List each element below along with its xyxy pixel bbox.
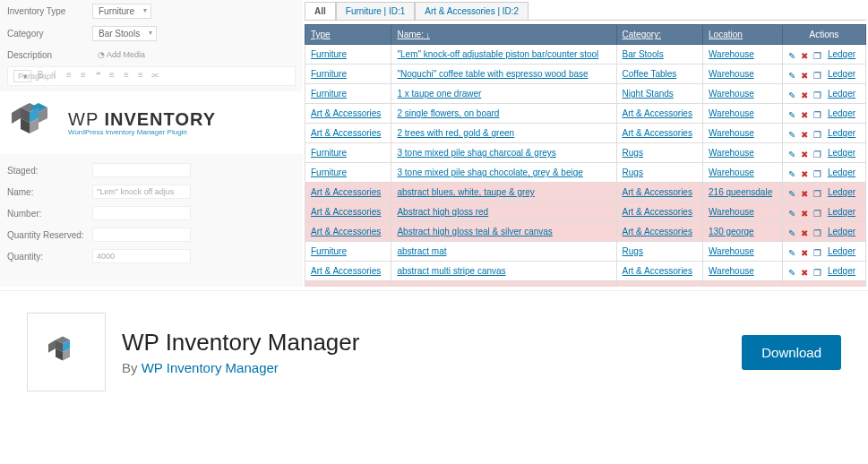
quote-icon[interactable]: ❝ [92, 70, 103, 82]
copy-icon[interactable]: ❐ [813, 149, 823, 159]
col-type[interactable]: Type [305, 25, 391, 45]
copy-icon[interactable]: ❐ [813, 208, 823, 218]
cell-name[interactable]: "Noguchi" coffee table with espresso woo… [391, 64, 616, 84]
cell-type[interactable]: Art & Accessories [305, 202, 391, 222]
cell-name[interactable]: "Lem" knock-off adjustable piston bar/co… [391, 45, 616, 64]
cell-type[interactable]: Furniture [305, 143, 391, 163]
cell-type[interactable]: Art & Accessories [305, 124, 391, 143]
edit-icon[interactable]: ✎ [788, 247, 798, 257]
paragraph-select[interactable]: Paragraph [13, 70, 31, 82]
cell-loc[interactable]: Warehouse [703, 45, 783, 64]
delete-icon[interactable]: ✖ [801, 247, 811, 257]
cell-name[interactable]: 2 single flowers, on board [391, 104, 616, 124]
col-name[interactable]: Name: [391, 25, 616, 45]
cell-loc[interactable]: 60 balsam [703, 281, 783, 288]
delete-icon[interactable]: ✖ [801, 267, 811, 277]
delete-icon[interactable]: ✖ [801, 90, 811, 99]
ledger-link[interactable]: Ledger [828, 207, 855, 217]
edit-icon[interactable]: ✎ [788, 267, 798, 277]
edit-icon[interactable]: ✎ [788, 168, 798, 178]
cell-cat[interactable]: Night Stands [616, 84, 702, 104]
delete-icon[interactable]: ✖ [801, 188, 811, 198]
ledger-link[interactable]: Ledger [828, 148, 855, 158]
cell-type[interactable]: Furniture [305, 163, 391, 183]
copy-icon[interactable]: ❐ [813, 188, 823, 198]
cell-name[interactable]: abstract multi stripe canvas [391, 262, 616, 281]
edit-icon[interactable]: ✎ [788, 90, 798, 99]
edit-icon[interactable]: ✎ [788, 109, 798, 119]
ledger-link[interactable]: Ledger [828, 49, 855, 59]
cell-cat[interactable]: Bar Stools [616, 45, 702, 64]
delete-icon[interactable]: ✖ [801, 149, 811, 159]
edit-icon[interactable]: ✎ [788, 70, 798, 80]
copy-icon[interactable]: ❐ [813, 267, 823, 277]
author-link[interactable]: WP Inventory Manager [142, 360, 279, 375]
ledger-link[interactable]: Ledger [828, 266, 855, 276]
delete-icon[interactable]: ✖ [801, 129, 811, 139]
inventory-type-select[interactable]: Furniture [92, 4, 151, 19]
tab[interactable]: All [305, 2, 336, 20]
alignl-icon[interactable]: ≡ [107, 70, 117, 82]
qty-reserved-input[interactable] [92, 228, 191, 242]
cell-type[interactable]: Art & Accessories [305, 183, 391, 202]
cell-loc[interactable]: Warehouse [703, 202, 783, 222]
delete-icon[interactable]: ✖ [801, 70, 811, 80]
cell-name[interactable]: abstract print, black, grey, cream & tur… [391, 281, 616, 288]
cell-type[interactable]: Furniture [305, 281, 391, 288]
cell-loc[interactable]: Warehouse [703, 143, 783, 163]
ledger-link[interactable]: Ledger [828, 89, 855, 99]
staged-input[interactable] [92, 163, 191, 177]
ledger-link[interactable]: Ledger [828, 168, 855, 177]
cell-cat[interactable]: Coffee Tables [616, 64, 702, 84]
cell-name[interactable]: abstract mat [391, 242, 616, 262]
ledger-link[interactable]: Ledger [828, 108, 855, 118]
cell-name[interactable]: 1 x taupe one drawer [391, 84, 616, 104]
ledger-link[interactable]: Ledger [828, 286, 855, 287]
cell-name[interactable]: Abstract high gloss red [391, 202, 616, 222]
link-icon[interactable]: ⫘ [150, 70, 160, 82]
cell-loc[interactable]: Warehouse [703, 242, 783, 262]
ledger-link[interactable]: Ledger [828, 246, 855, 256]
category-select[interactable]: Bar Stools [92, 26, 157, 41]
delete-icon[interactable]: ✖ [801, 109, 811, 119]
copy-icon[interactable]: ❐ [813, 90, 823, 99]
cell-cat[interactable]: Rugs [616, 242, 702, 262]
delete-icon[interactable]: ✖ [801, 208, 811, 218]
cell-cat[interactable]: Art & Accessories [616, 183, 702, 202]
cell-cat[interactable]: Art & Accessories [616, 262, 702, 281]
ledger-link[interactable]: Ledger [828, 69, 855, 79]
cell-cat[interactable]: Art & Accessories [616, 124, 702, 143]
cell-cat[interactable]: Art & Accessories [616, 104, 702, 124]
copy-icon[interactable]: ❐ [813, 70, 823, 80]
cell-name[interactable]: 3 tone mixed pile shag charcoal & greys [391, 143, 616, 163]
cell-cat[interactable]: Art & Accessories [616, 202, 702, 222]
edit-icon[interactable]: ✎ [788, 188, 798, 198]
col-category[interactable]: Category: [616, 25, 702, 45]
alignr-icon[interactable]: ≡ [135, 70, 146, 82]
cell-name[interactable]: Abstract high gloss teal & silver canvas [391, 222, 616, 242]
delete-icon[interactable]: ✖ [801, 228, 811, 237]
tab[interactable]: Furniture | ID:1 [336, 2, 416, 20]
download-button[interactable]: Download [742, 335, 841, 370]
cell-type[interactable]: Furniture [305, 64, 391, 84]
cell-cat[interactable]: Rugs [616, 163, 702, 183]
list2-icon[interactable]: ≡ [78, 70, 89, 82]
cell-type[interactable]: Art & Accessories [305, 262, 391, 281]
copy-icon[interactable]: ❐ [813, 247, 823, 257]
cell-loc[interactable]: Warehouse [703, 262, 783, 281]
cell-loc[interactable]: Warehouse [703, 64, 783, 84]
cell-loc[interactable]: Warehouse [703, 124, 783, 143]
cell-type[interactable]: Furniture [305, 45, 391, 64]
edit-icon[interactable]: ✎ [788, 149, 798, 159]
cell-cat[interactable]: Rugs [616, 143, 702, 163]
edit-icon[interactable]: ✎ [788, 208, 798, 218]
delete-icon[interactable]: ✖ [801, 50, 811, 60]
add-media-button[interactable]: Add Media [92, 48, 150, 61]
cell-loc[interactable]: Warehouse [703, 84, 783, 104]
edit-icon[interactable]: ✎ [788, 228, 798, 237]
cell-name[interactable]: 2 trees with red, gold & green [391, 124, 616, 143]
copy-icon[interactable]: ❐ [813, 168, 823, 178]
copy-icon[interactable]: ❐ [813, 109, 823, 119]
cell-type[interactable]: Furniture [305, 242, 391, 262]
cell-type[interactable]: Art & Accessories [305, 222, 391, 242]
